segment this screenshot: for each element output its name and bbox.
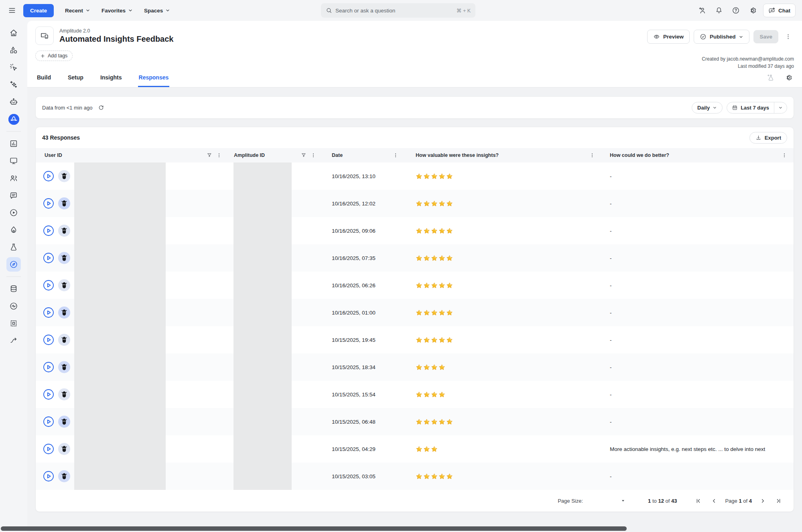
published-dropdown[interactable]: Published <box>694 30 750 44</box>
sidebar-item-session-replay-icon[interactable] <box>6 205 21 220</box>
play-session-button[interactable] <box>43 389 54 400</box>
row-comment: - <box>601 228 794 234</box>
sidebar-item-sparkles-icon[interactable] <box>6 77 21 92</box>
column-menu-icon[interactable] <box>589 152 596 159</box>
tab-insights[interactable]: Insights <box>99 74 123 87</box>
flow-icon <box>9 336 18 345</box>
help-button[interactable] <box>729 4 742 17</box>
recent-menu[interactable]: Recent <box>65 8 90 14</box>
play-session-button[interactable] <box>43 307 54 318</box>
column-menu-icon[interactable] <box>781 152 788 159</box>
responses-table-card: 43 Responses Export User ID Amplitude ID <box>35 127 794 512</box>
sidebar-item-shapes-icon[interactable] <box>6 43 21 57</box>
preview-button[interactable]: Preview <box>647 30 690 44</box>
users-icon <box>9 174 18 183</box>
date-range-chevron-button[interactable] <box>774 102 787 113</box>
star-icon <box>446 309 453 316</box>
table-row: 10/16/2025, 09:06 - <box>36 217 794 244</box>
column-menu-icon[interactable] <box>310 152 317 159</box>
page-size-dropdown[interactable] <box>619 497 627 505</box>
redacted-amplitude-id <box>233 190 292 217</box>
add-tags-button[interactable]: Add tags <box>35 51 73 61</box>
sidebar-item-activity-icon[interactable] <box>6 299 21 313</box>
play-session-button[interactable] <box>43 443 54 455</box>
sidebar-item-flask-icon[interactable] <box>6 240 21 254</box>
search-input[interactable] <box>335 8 457 14</box>
row-range-text: 1 to 12 of 43 <box>648 498 677 504</box>
tab-setup[interactable]: Setup <box>67 74 84 87</box>
notifications-button[interactable] <box>713 4 725 17</box>
star-icon <box>439 255 445 262</box>
star-icon <box>446 418 453 425</box>
hamburger-menu-icon[interactable] <box>8 6 16 14</box>
interval-dropdown[interactable]: Daily <box>692 102 723 114</box>
compass-icon <box>9 260 18 269</box>
rating-stars <box>405 337 601 343</box>
save-button[interactable]: Save <box>753 30 778 43</box>
settings-button[interactable] <box>746 4 759 17</box>
rating-stars <box>405 364 601 371</box>
play-session-button[interactable] <box>43 471 54 482</box>
refresh-button[interactable] <box>97 104 105 112</box>
star-icon <box>439 391 445 398</box>
sidebar-item-amplitude-logo[interactable] <box>6 112 21 126</box>
create-button[interactable]: Create <box>23 4 54 17</box>
horizontal-scrollbar[interactable] <box>1 526 627 531</box>
sidebar-item-database-icon[interactable] <box>6 282 21 296</box>
play-session-button[interactable] <box>43 225 54 236</box>
first-page-button[interactable] <box>694 496 703 506</box>
global-search[interactable]: ⌘ + K <box>321 3 475 18</box>
sidebar-item-comment-icon[interactable] <box>6 188 21 203</box>
sidebar-item-cursor-click-icon[interactable] <box>6 60 21 75</box>
play-session-button[interactable] <box>43 334 54 345</box>
star-icon <box>431 200 438 207</box>
next-page-button[interactable] <box>758 496 767 506</box>
last-page-button[interactable] <box>774 496 783 506</box>
redacted-user-id <box>74 162 166 190</box>
sidebar-item-monitor-icon[interactable] <box>6 154 21 168</box>
play-session-button[interactable] <box>43 361 54 373</box>
date-range-button[interactable]: Last 7 days <box>727 102 774 113</box>
experiment-button[interactable] <box>764 71 777 84</box>
rating-stars <box>405 173 601 180</box>
redacted-user-id <box>74 326 166 353</box>
play-session-button[interactable] <box>43 198 54 209</box>
filter-icon[interactable] <box>206 152 213 159</box>
more-actions-button[interactable] <box>782 31 794 43</box>
spaces-menu[interactable]: Spaces <box>144 8 170 14</box>
download-icon <box>755 135 761 141</box>
invite-user-button[interactable] <box>696 4 709 17</box>
play-session-button[interactable] <box>43 171 54 182</box>
table-settings-button[interactable] <box>782 71 795 84</box>
sidebar-item-chip-icon[interactable] <box>6 316 21 331</box>
tab-build[interactable]: Build <box>36 74 52 87</box>
avatar <box>58 252 70 264</box>
play-session-button[interactable] <box>43 416 54 427</box>
star-icon <box>431 309 438 316</box>
row-date: 10/16/2025, 13:10 <box>323 173 405 179</box>
tab-responses[interactable]: Responses <box>138 74 170 87</box>
star-icon <box>416 337 422 343</box>
column-menu-icon[interactable] <box>392 152 399 159</box>
avatar <box>58 225 70 237</box>
chat-button[interactable]: Chat <box>763 4 796 17</box>
sidebar-item-flame-icon[interactable] <box>6 223 21 237</box>
play-session-button[interactable] <box>43 280 54 291</box>
sidebar-item-flow-icon[interactable] <box>6 333 21 348</box>
sidebar-item-robot-icon[interactable] <box>6 95 21 109</box>
sidebar-item-users-icon[interactable] <box>6 171 21 185</box>
favorites-menu[interactable]: Favorites <box>102 8 133 14</box>
sidebar-item-bar-chart-icon[interactable] <box>6 136 21 151</box>
column-menu-icon[interactable] <box>215 152 223 159</box>
redacted-user-id <box>74 463 166 490</box>
sidebar-item-home-icon[interactable] <box>6 26 21 40</box>
table-row: 10/16/2025, 12:02 - <box>36 190 794 217</box>
filter-icon[interactable] <box>300 152 307 159</box>
rating-stars <box>405 473 601 480</box>
sidebar-item-compass-icon[interactable] <box>6 257 21 272</box>
avatar <box>58 334 70 346</box>
col-valuable: How valuable were these insights? <box>416 152 589 158</box>
play-session-button[interactable] <box>43 252 54 264</box>
prev-page-button[interactable] <box>709 496 719 506</box>
export-button[interactable]: Export <box>749 132 787 144</box>
